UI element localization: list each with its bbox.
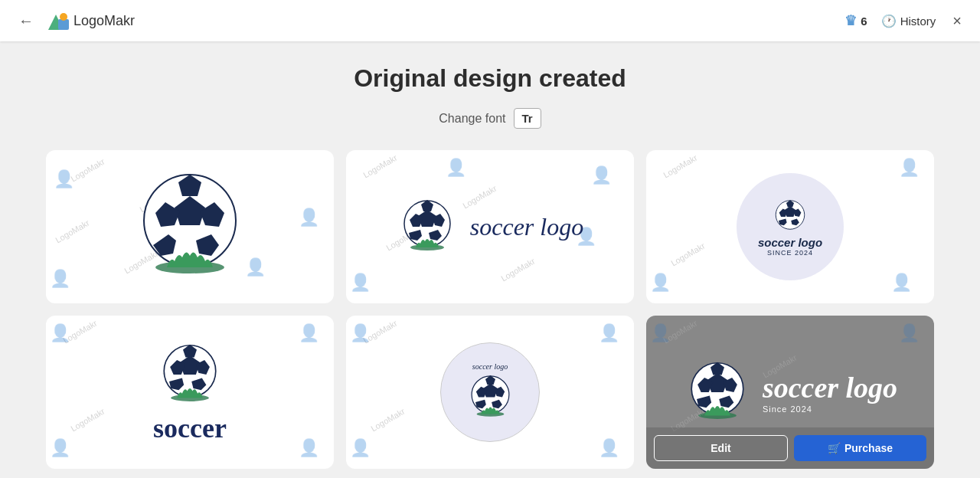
credits-count: 6 [861, 15, 867, 28]
watermark-text: LogoMakr [61, 319, 98, 345]
logo-area: LogoMakr [44, 10, 135, 31]
watermark-text: LogoMakr [669, 241, 706, 268]
logo-card-6[interactable]: LogoMakr LogoMakr LogoMakr 👤 👤 [646, 316, 934, 469]
watermark-text: LogoMakr [369, 407, 406, 434]
card-2-brand-text: soccer logo [470, 213, 583, 241]
history-button[interactable]: 🕐 History [881, 14, 936, 28]
watermark-person-icon: 👤 [350, 273, 371, 293]
card-5-circle-frame: soccer logo [440, 342, 540, 442]
watermark-person-icon: 👤 [54, 169, 74, 189]
card-5-top-text: soccer logo [472, 362, 508, 371]
watermark-text: LogoMakr [69, 157, 106, 184]
purchase-button[interactable]: 🛒 Purchase [794, 435, 926, 461]
logo-card-1[interactable]: LogoMakr LogoMakr LogoMakr LogoMakr 👤 👤 … [46, 150, 334, 303]
history-clock-icon: 🕐 [881, 14, 897, 28]
soccer-ball-card5-svg [466, 372, 515, 422]
logo-card-3[interactable]: LogoMakr LogoMakr LogoMakr 👤 👤 👤 [646, 150, 934, 303]
soccer-ball-card6-svg [683, 358, 752, 427]
watermark-text: LogoMakr [69, 407, 106, 434]
logo-grid: LogoMakr LogoMakr LogoMakr LogoMakr 👤 👤 … [46, 150, 934, 469]
watermark-person-icon: 👤 [599, 323, 619, 343]
watermark-person-icon: 👤 [299, 208, 319, 228]
watermark-person-icon: 👤 [899, 323, 920, 343]
watermark-text: LogoMakr [662, 319, 698, 345]
logo-card-4[interactable]: LogoMakr LogoMakr LogoMakr 👤 👤 👤 👤 [46, 316, 334, 469]
watermark-text: LogoMakr [54, 218, 90, 245]
logo-text: LogoMakr [74, 13, 135, 29]
svg-rect-1 [58, 19, 69, 30]
soccer-ball-card4-svg [155, 340, 224, 409]
logomaker-icon-svg [44, 10, 72, 31]
watermark-person-icon: 👤 [650, 273, 671, 293]
watermark-person-icon: 👤 [650, 323, 671, 343]
soccer-ball-circle-svg [771, 198, 809, 236]
card-6-logo-content: soccer logo Since 2024 [668, 358, 913, 427]
logo-icon: LogoMakr [44, 10, 135, 31]
back-button[interactable]: ← [15, 9, 37, 33]
watermark-person-icon: 👤 [50, 269, 70, 289]
edit-button[interactable]: Edit [654, 435, 788, 461]
watermark-person-icon: 👤 [599, 438, 619, 458]
crown-icon: ♛ [844, 12, 857, 29]
logo-card-5[interactable]: LogoMakr LogoMakr LogoMakr 👤 👤 👤 👤 socce… [346, 316, 634, 469]
watermark-person-icon: 👤 [350, 438, 371, 458]
watermark-person-icon: 👤 [50, 323, 70, 343]
history-label: History [900, 15, 936, 28]
card-3-circle-frame: soccer logo Since 2024 [737, 173, 844, 280]
watermark-person-icon: 👤 [299, 323, 319, 343]
card-1-logo-content [129, 165, 251, 288]
card-6-since-text: Since 2024 [763, 404, 897, 414]
header: ← LogoMakr ♛ 6 🕐 History × [0, 0, 980, 41]
font-change-label: Change font [439, 112, 505, 126]
card-3-since-text: Since 2024 [767, 249, 813, 257]
page-title: Original design created [46, 64, 934, 93]
watermark-text: LogoMakr [361, 319, 398, 345]
card-6-brand-text: soccer logo [763, 371, 897, 404]
card-5-logo-content: soccer logo [440, 342, 540, 442]
card-6-text-area: soccer logo Since 2024 [763, 371, 897, 414]
main-content: Original design created Change font Tr L… [0, 41, 980, 478]
watermark-person-icon: 👤 [299, 438, 319, 458]
watermark-person-icon: 👤 [50, 438, 70, 458]
watermark-person-icon: 👤 [446, 158, 466, 178]
watermark-text: LogoMakr [499, 257, 536, 283]
watermark-person-icon: 👤 [899, 158, 920, 178]
font-change-button[interactable]: Tr [514, 108, 541, 129]
watermark-person-icon: 👤 [591, 165, 612, 185]
purchase-icon: 🛒 [828, 442, 841, 454]
soccer-ball-large-svg [129, 165, 251, 288]
watermark-text: LogoMakr [361, 153, 398, 180]
watermark-person-icon: 👤 [891, 273, 912, 293]
close-button[interactable]: × [949, 9, 965, 33]
svg-point-2 [60, 13, 67, 21]
header-left: ← LogoMakr [15, 9, 135, 33]
card-3-logo-content: soccer logo Since 2024 [737, 173, 844, 280]
card-3-brand-text: soccer logo [758, 236, 822, 249]
card-2-logo-content: soccer logo [397, 196, 583, 257]
font-change-area: Change font Tr [46, 108, 934, 129]
logo-card-2[interactable]: LogoMakr LogoMakr LogoMakr LogoMakr 👤 👤 … [346, 150, 634, 303]
watermark-person-icon: 👤 [350, 323, 371, 343]
card-4-logo-content: soccer [153, 340, 227, 444]
soccer-ball-medium-svg [397, 196, 458, 257]
credits-badge: ♛ 6 [844, 12, 867, 29]
watermark-text: LogoMakr [662, 153, 698, 180]
purchase-label: Purchase [844, 442, 893, 454]
card-4-brand-text: soccer [153, 412, 227, 444]
header-right: ♛ 6 🕐 History × [844, 9, 965, 33]
card-6-actions: Edit 🛒 Purchase [646, 427, 934, 469]
